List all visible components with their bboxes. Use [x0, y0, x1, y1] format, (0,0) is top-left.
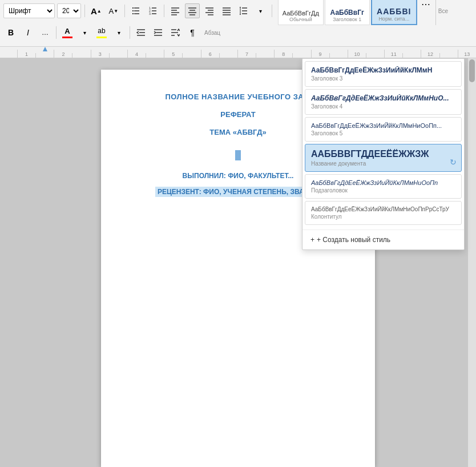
ruler-tick-25: 13: [458, 50, 476, 58]
toolbar: Шрифт 20 A▲ A▼ 1.2.3.: [0, 0, 476, 47]
quick-style-normal[interactable]: АаБбВвГгДд Обычный: [278, 0, 324, 25]
content-area: ПОЛНОЕ НАЗВАНИЕ УЧЕБНОГО ЗА... РЕФЕРАТ Т…: [0, 58, 476, 467]
align-justify-button[interactable]: [219, 3, 234, 18]
font-size-select[interactable]: 20: [57, 3, 81, 18]
paragraph-mark-button[interactable]: ¶: [185, 25, 200, 40]
ruler-tick-4: [72, 53, 90, 58]
separator3: [164, 5, 164, 17]
indent-increase-button[interactable]: [151, 25, 166, 40]
quick-style-heading1[interactable]: АаБбВвГг Заголовок 1: [325, 0, 370, 25]
ruler-tick-21: 11: [384, 50, 402, 58]
ruler-tick-8: [146, 53, 164, 58]
separator1: [84, 5, 85, 17]
decrease-font-button[interactable]: A▼: [106, 3, 121, 18]
ruler-tick-13: 7: [237, 50, 256, 58]
more-styles-button[interactable]: ⋯: [418, 0, 433, 11]
separator4: [272, 5, 272, 17]
create-style-button[interactable]: + + Создать новый стиль: [302, 230, 464, 249]
svg-rect-4: [132, 10, 134, 11]
increase-font-button[interactable]: A▲: [88, 3, 104, 18]
heading5-preview: АаБбВвГгДдЕеЁЖжЗзИиЙйКкЛМмНиОоПп...: [311, 122, 455, 129]
quick-style-normal-label: Обычный: [289, 17, 312, 22]
heading5-name: Заголовок 5: [311, 130, 455, 136]
indent-decrease-button[interactable]: [134, 25, 148, 40]
font-select[interactable]: Шрифт: [3, 3, 55, 18]
bullet-list-button[interactable]: [128, 3, 143, 18]
style-item-docname[interactable]: ААББВВГТДДЕЕЁЁЖЖЗЖ Название документа ↻: [305, 144, 462, 172]
ruler-tick-6: [109, 53, 127, 58]
main-scrollbar-thumb[interactable]: [469, 59, 475, 82]
style-item-kolontitul[interactable]: АаБбВвГгДдЕеЁЖжЗзИиЙйКкЛМмНиОоПпРрСсТрУ …: [305, 201, 462, 225]
separator5: [435, 0, 436, 25]
create-style-label: + Создать новый стиль: [317, 236, 390, 244]
docname-preview: ААББВВГТДДЕЕЁЁЖЖЗЖ: [311, 149, 455, 159]
ruler-tick-17: 9: [311, 50, 329, 58]
quick-style-heading2[interactable]: ААББВI Норм. сита...: [371, 0, 417, 25]
highlight-icon: ab: [98, 27, 105, 35]
italic-button[interactable]: I: [21, 25, 35, 40]
more-format-button[interactable]: …: [38, 25, 53, 40]
separator7: [130, 26, 130, 39]
quick-style-heading1-preview: АаБбВвГг: [330, 9, 364, 17]
heading3-name: Заголовок 3: [311, 75, 455, 82]
abzac-label: Абзац: [204, 30, 220, 36]
ruler-tick-5: 3: [91, 50, 109, 58]
ruler-tick-3: 2: [54, 50, 72, 58]
main-scrollbar[interactable]: [468, 58, 476, 467]
heading4-name: Заголовок 4: [311, 103, 455, 110]
quick-style-heading1-label: Заголовок 1: [333, 17, 361, 22]
ruler-content: 1 2 3 4 5 6 7 8 9 10 11 12 13: [0, 47, 476, 58]
kolontitul-preview: АаБбВвГгДдЕеЁЖжЗзИиЙйКкЛМмНиОоПпРрСсТрУ: [311, 206, 455, 212]
sort-button[interactable]: [168, 25, 183, 40]
ruler-tick-22: [402, 53, 421, 58]
highlight-dropdown[interactable]: ▾: [111, 25, 126, 40]
numbered-list-button[interactable]: 1.2.3.: [146, 3, 160, 18]
ruler-tick-7: 4: [127, 50, 146, 58]
abzac-section: Абзац: [204, 30, 220, 36]
ruler-tick-20: [366, 53, 384, 58]
ruler-tick-14: [256, 53, 274, 58]
create-style-icon: +: [310, 236, 314, 244]
ruler-tick-2: [35, 53, 54, 58]
align-center-button[interactable]: [185, 3, 200, 18]
quick-style-heading2-preview: ААББВI: [377, 7, 411, 16]
ruler-tick-19: 10: [348, 50, 366, 58]
ruler-tick-9: 5: [164, 50, 182, 58]
subheading-preview: АаБбВвГгДдЕеЁЖжЗзИиЙйКкЛМмНиОоПп: [311, 179, 455, 186]
svg-rect-3: [132, 7, 134, 9]
highlight-button[interactable]: ab: [94, 25, 109, 40]
bold-button[interactable]: B: [3, 25, 18, 40]
quick-style-heading2-label: Норм. сита...: [378, 16, 409, 22]
separator2: [124, 5, 125, 17]
quick-style-normal-preview: АаБбВвГгДд: [283, 10, 319, 17]
refresh-icon[interactable]: ↻: [450, 158, 457, 167]
style-item-heading5[interactable]: АаБбВвГгДдЕеЁЖжЗзИиЙйКкЛМмНиОоПп... Заго…: [305, 117, 462, 142]
align-left-button[interactable]: [168, 3, 183, 18]
reviewer-highlight: РЕЦЕНЗЕНТ: ФИО, УЧЕНАЯ СТЕПЕНЬ, ЗВАНИЕ: [155, 187, 321, 197]
heading3-preview: АаБбВвГгДдЕеЁЖжЗзИиЙйКкЛМмН: [311, 66, 455, 74]
kolontitul-name: Колонтитул: [311, 214, 455, 220]
font-color-dropdown[interactable]: ▾: [77, 25, 92, 40]
ruler-tick-24: [439, 53, 458, 58]
ruler-tick-10: [182, 53, 200, 58]
highlight-swatch: [96, 37, 107, 38]
ruler-tick-23: 12: [421, 50, 439, 58]
ruler-tick-15: 8: [274, 50, 292, 58]
docname-name: Название документа: [311, 160, 455, 167]
ruler-tick-1: 1: [17, 50, 35, 58]
align-right-button[interactable]: [202, 3, 217, 18]
svg-rect-5: [132, 13, 134, 14]
ruler: 1 2 3 4 5 6 7 8 9 10 11 12 13: [0, 47, 476, 58]
line-spacing-button[interactable]: [236, 3, 251, 18]
font-color-icon: A: [64, 27, 70, 35]
quick-styles-area: АаБбВвГгДд Обычный АаБбВвГг Заголовок 1 …: [278, 0, 448, 25]
font-color-button[interactable]: A: [60, 25, 75, 40]
ruler-tick-16: [292, 53, 310, 58]
text-cursor: [235, 150, 241, 160]
line-spacing-dropdown[interactable]: ▾: [253, 3, 268, 18]
style-item-heading3[interactable]: АаБбВвГгДдЕеЁЖжЗзИиЙйКкЛМмН Заголовок 3: [305, 61, 462, 87]
separator6: [56, 26, 57, 39]
style-item-heading4[interactable]: АаБбВвГгДдЕеЁЖжЗзИиЙйКкЛМмНиО... Заголов…: [305, 89, 462, 115]
style-item-subheading[interactable]: АаБбВвГгДдЕеЁЖжЗзИиЙйКкЛМмНиОоПп Подзаго…: [305, 174, 462, 199]
font-color-swatch: [62, 37, 72, 38]
